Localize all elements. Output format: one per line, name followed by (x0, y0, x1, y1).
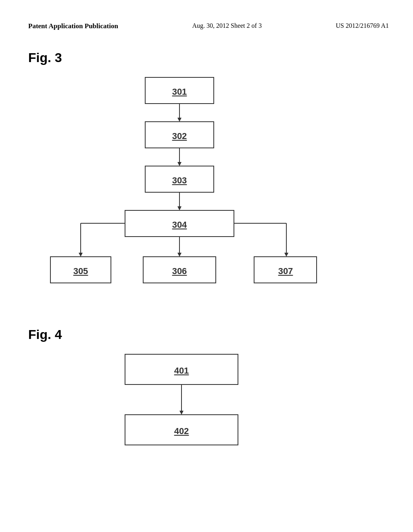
svg-marker-7 (177, 162, 181, 166)
header: Patent Application Publication Aug. 30, … (0, 0, 413, 38)
svg-text:305: 305 (73, 266, 88, 276)
svg-marker-21 (284, 253, 288, 257)
page: Patent Application Publication Aug. 30, … (0, 0, 413, 532)
svg-text:301: 301 (172, 87, 187, 97)
svg-text:401: 401 (174, 366, 189, 376)
fig3-diagram: 301 302 303 304 (28, 73, 359, 299)
fig4-label: Fig. 4 (28, 327, 385, 342)
header-date-sheet: Aug. 30, 2012 Sheet 2 of 3 (192, 22, 261, 29)
svg-text:402: 402 (174, 426, 189, 436)
svg-text:306: 306 (172, 266, 187, 276)
fig3-label: Fig. 3 (28, 50, 385, 65)
header-publication-type: Patent Application Publication (28, 22, 118, 30)
svg-text:304: 304 (172, 220, 187, 230)
svg-text:303: 303 (172, 175, 187, 185)
svg-text:307: 307 (278, 266, 293, 276)
fig4-section: Fig. 4 401 402 (0, 315, 413, 471)
svg-text:302: 302 (172, 131, 187, 141)
header-patent-number: US 2012/216769 A1 (336, 22, 389, 29)
svg-marker-18 (177, 253, 181, 257)
svg-marker-31 (179, 411, 184, 415)
fig3-section: Fig. 3 301 302 303 304 (0, 38, 413, 315)
svg-marker-3 (177, 118, 181, 122)
fig4-diagram: 401 402 (28, 350, 359, 455)
svg-marker-11 (177, 206, 181, 210)
svg-marker-16 (79, 253, 83, 257)
